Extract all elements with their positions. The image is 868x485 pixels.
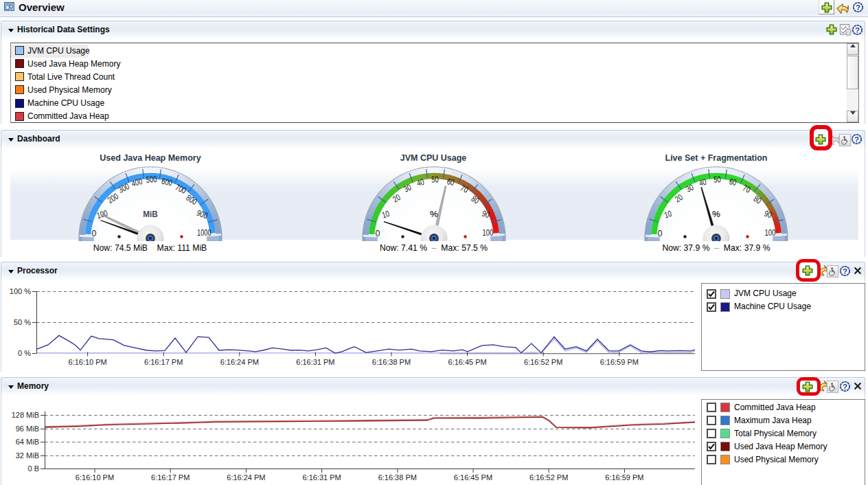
svg-text:128 MiB: 128 MiB [12,411,39,419]
svg-text:50: 50 [431,174,438,185]
svg-text:1000: 1000 [197,227,212,237]
svg-text:0 B: 0 B [27,464,39,473]
svg-text:6:16:59 PM: 6:16:59 PM [605,473,643,482]
svg-text:6:16:31 PM: 6:16:31 PM [302,473,341,482]
svg-text:?: ? [842,267,847,275]
svg-text:0: 0 [91,228,96,238]
svg-text:6:16:10 PM: 6:16:10 PM [76,473,114,482]
svg-text:6:16:38 PM: 6:16:38 PM [378,473,417,482]
svg-text:?: ? [856,3,860,12]
svg-text:50 %: 50 % [14,318,31,326]
svg-text:?: ? [842,383,847,391]
svg-text:100 %: 100 % [10,287,31,295]
svg-text:32 MiB: 32 MiB [16,451,39,460]
svg-text:6:16:45 PM: 6:16:45 PM [448,358,486,366]
svg-text:500: 500 [146,174,157,184]
svg-text:6:16:17 PM: 6:16:17 PM [151,473,190,482]
svg-text:?: ? [854,135,859,144]
svg-text:6:16:38 PM: 6:16:38 PM [372,358,411,366]
svg-text:6:16:31 PM: 6:16:31 PM [296,358,334,366]
svg-text:50: 50 [713,174,721,185]
svg-text:6:16:17 PM: 6:16:17 PM [144,358,183,366]
svg-text:96 MiB: 96 MiB [16,425,39,433]
svg-text:64 MiB: 64 MiB [16,438,39,446]
svg-text:?: ? [855,25,860,34]
svg-text:6:16:10 PM: 6:16:10 PM [68,358,106,366]
svg-text:6:16:59 PM: 6:16:59 PM [600,358,639,366]
svg-text:6:16:45 PM: 6:16:45 PM [454,473,492,482]
svg-text:6:16:52 PM: 6:16:52 PM [524,358,562,366]
svg-text:0: 0 [657,228,662,238]
svg-text:0: 0 [375,228,380,238]
svg-text:100: 100 [482,227,493,237]
svg-text:6:16:24 PM: 6:16:24 PM [227,473,265,482]
svg-text:0 %: 0 % [18,349,31,357]
svg-text:%: % [429,209,437,219]
svg-text:6:16:24 PM: 6:16:24 PM [220,358,259,366]
svg-text:%: % [712,209,720,219]
svg-text:MiB: MiB [143,209,158,219]
svg-text:6:16:52 PM: 6:16:52 PM [529,473,568,482]
svg-text:100: 100 [764,227,775,237]
